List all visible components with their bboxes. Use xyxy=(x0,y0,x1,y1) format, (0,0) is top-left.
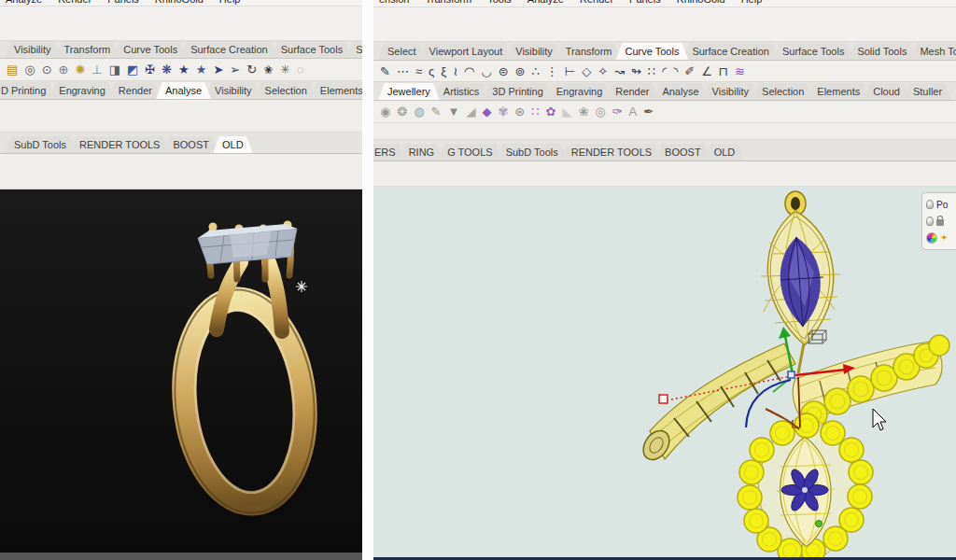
spiral-icon[interactable]: ↝ xyxy=(614,65,625,77)
tab[interactable]: Surface Tools xyxy=(272,41,352,58)
star-view-icon[interactable]: ★ xyxy=(178,63,190,76)
arc-icon[interactable]: ◠ xyxy=(464,65,474,77)
menu-item[interactable]: Analyze xyxy=(6,0,42,5)
tab[interactable]: BOOST xyxy=(163,136,218,153)
right-command-area[interactable] xyxy=(373,7,956,42)
tab[interactable]: Viewport Layout xyxy=(420,43,513,60)
tab[interactable]: Jewellery xyxy=(378,83,440,100)
gem-side-icon[interactable]: ◢ xyxy=(466,105,475,118)
menu-item[interactable]: ension xyxy=(379,0,409,5)
light-bulb-icon[interactable] xyxy=(926,200,934,209)
tab[interactable]: SubD Tools xyxy=(5,136,76,153)
dotted-line-icon[interactable]: ⋯ xyxy=(397,65,409,77)
color-wheel-icon[interactable] xyxy=(926,232,937,244)
walk-icon[interactable]: ✬ xyxy=(263,63,274,76)
tab[interactable]: Transform xyxy=(55,41,120,58)
right-model-viewport[interactable]: Po ✦ xyxy=(373,187,956,557)
tab[interactable]: Render xyxy=(606,83,658,100)
fly-view-2-icon[interactable]: ➢ xyxy=(230,63,240,76)
tab[interactable]: Artistics xyxy=(434,83,489,100)
plane-view-icon[interactable]: ✠ xyxy=(145,63,155,76)
letter-tool-icon[interactable]: A xyxy=(629,105,638,118)
points-icon[interactable]: ∴ xyxy=(532,65,540,77)
menu-item[interactable]: Tools xyxy=(487,0,512,5)
menu-item[interactable]: RhinoGold xyxy=(155,0,204,5)
corner-arc-2-icon[interactable]: ◝ xyxy=(673,65,678,77)
lamp-target-icon[interactable]: ✺ xyxy=(75,63,85,76)
ring-wizard-icon[interactable]: ✎ xyxy=(431,105,442,118)
tab[interactable]: OLD xyxy=(213,136,253,153)
circle-icon[interactable]: ⊚ xyxy=(515,65,526,77)
tab[interactable]: Analyse xyxy=(156,82,211,99)
menu-item[interactable]: Render xyxy=(58,0,91,5)
purple-gem-icon[interactable]: ◆ xyxy=(482,105,491,118)
tab[interactable]: Cloud xyxy=(864,83,909,100)
angle-icon[interactable]: ∠ xyxy=(701,65,712,77)
sketch-curve-icon[interactable]: ≈ xyxy=(415,65,422,77)
box-view-icon[interactable]: ◩ xyxy=(127,63,138,76)
tab[interactable]: Selection xyxy=(256,82,316,99)
cplane-target-icon[interactable]: ⊕ xyxy=(59,63,69,76)
origin-icon[interactable]: ⊥ xyxy=(91,63,102,76)
arc-2-icon[interactable]: ◡ xyxy=(481,65,491,77)
orbit-icon[interactable]: ↻ xyxy=(246,63,257,76)
properties-mini-panel[interactable]: Po ✦ xyxy=(921,192,956,250)
curve-2-icon[interactable]: ξ xyxy=(441,65,446,77)
curve-icon[interactable]: ς xyxy=(429,65,434,77)
menu-item[interactable]: Panels xyxy=(107,0,139,5)
fly-view-icon[interactable]: ➤ xyxy=(213,63,223,76)
tab[interactable]: RENDER TOOLS xyxy=(562,144,661,161)
point-grid-icon[interactable]: ∷ xyxy=(648,65,655,77)
circle-target-icon[interactable]: ◌ xyxy=(297,63,304,76)
tab[interactable]: Curve Tools xyxy=(114,41,187,58)
light-bulb-icon[interactable] xyxy=(926,217,934,226)
tab[interactable]: Solid Tools xyxy=(346,41,362,58)
tab[interactable]: ERS xyxy=(373,144,405,161)
tab[interactable]: RING xyxy=(400,144,444,161)
squiggle-icon[interactable]: ≀ xyxy=(453,65,457,77)
camera-icon[interactable]: ◨ xyxy=(109,63,120,76)
pencil-icon[interactable]: ✎ xyxy=(380,65,390,77)
left-command-area[interactable] xyxy=(0,7,362,41)
bead-icon[interactable]: ⊛ xyxy=(514,105,525,118)
tab[interactable]: Elements xyxy=(311,82,362,99)
tab[interactable]: Elements xyxy=(808,83,869,100)
tab[interactable]: G TOOLS xyxy=(438,144,502,161)
menu-item[interactable]: Render xyxy=(580,0,613,5)
gem-drop-icon[interactable]: ▼ xyxy=(448,105,460,118)
cluster-bottom[interactable] xyxy=(738,409,873,557)
flower-pave-icon[interactable]: ✾ xyxy=(498,105,508,118)
ring-icon[interactable]: ◉ xyxy=(380,105,390,118)
tab[interactable]: Visibility xyxy=(506,43,562,60)
menu-item[interactable]: Help xyxy=(741,0,763,5)
tab[interactable]: Select xyxy=(378,43,426,60)
tab[interactable]: Surface Tools xyxy=(773,43,853,60)
tab[interactable]: Visibility xyxy=(205,82,261,99)
tab[interactable]: Analyse xyxy=(653,83,708,100)
tab[interactable]: SubD Tools xyxy=(497,144,568,161)
tab[interactable]: OLD xyxy=(705,144,745,161)
print-view-icon[interactable]: ▤ xyxy=(7,63,18,76)
zoom-selected-icon[interactable]: ⊙ xyxy=(42,63,52,76)
pendant-top[interactable] xyxy=(761,191,840,373)
wave-icon[interactable]: ≋ xyxy=(735,65,745,77)
halo-icon[interactable]: ❀ xyxy=(578,105,588,118)
tab[interactable]: Engraving xyxy=(547,83,612,100)
tab[interactable]: RENDER TOOLS xyxy=(70,136,169,153)
left-render-viewport[interactable] xyxy=(0,189,362,553)
pave-grid-icon[interactable]: ∷ xyxy=(531,105,539,118)
menu-item[interactable]: Help xyxy=(219,0,241,5)
purple-brush-icon[interactable]: ✑ xyxy=(612,105,623,118)
tab[interactable]: Surface Creation xyxy=(682,43,779,60)
tab[interactable]: Stuller xyxy=(904,83,951,100)
point-column-icon[interactable]: ⋮ xyxy=(546,65,558,77)
tab[interactable]: Engraving xyxy=(49,82,115,99)
ellipse-icon[interactable]: ⊜ xyxy=(499,65,509,77)
pen-tool-icon[interactable]: ✒ xyxy=(643,105,654,118)
helix-icon[interactable]: ↬ xyxy=(631,65,641,77)
gumball-origin-knob[interactable] xyxy=(788,371,794,378)
menu-item[interactable]: Panels xyxy=(629,0,661,5)
lock-icon[interactable] xyxy=(936,219,944,226)
tab[interactable]: Curve Tools xyxy=(616,43,689,60)
tab[interactable]: 3D Printing xyxy=(483,83,552,100)
